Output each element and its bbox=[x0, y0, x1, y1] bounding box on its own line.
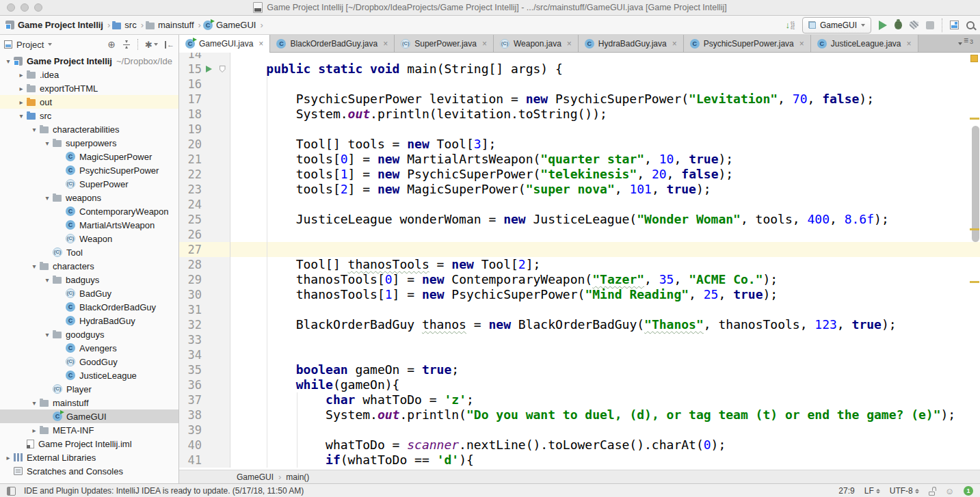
tree-item-gamegui[interactable]: CGameGUI bbox=[0, 409, 178, 423]
code-text[interactable]: Tool[] tools = new Tool[3]; bbox=[230, 137, 496, 152]
tree-item-superpower[interactable]: (C)SuperPower bbox=[0, 177, 178, 191]
nav-crumb-project[interactable]: Game Project Intellij bbox=[5, 20, 103, 30]
code-text[interactable] bbox=[230, 122, 237, 137]
minimize-window-icon[interactable] bbox=[21, 3, 29, 12]
code-text[interactable] bbox=[230, 53, 237, 62]
layout-tool-icon[interactable] bbox=[950, 21, 959, 29]
tree-open-arrow-icon[interactable]: ▾ bbox=[42, 276, 53, 284]
code-text[interactable] bbox=[230, 77, 237, 92]
locate-file-icon[interactable]: ⊕ bbox=[107, 40, 116, 49]
tab-superpower-java[interactable]: (C)SuperPower.java× bbox=[395, 35, 494, 52]
project-panel-title[interactable]: Project bbox=[16, 40, 44, 50]
run-with-coverage-button[interactable] bbox=[910, 21, 918, 29]
tree-item-game-project-intellij-iml[interactable]: Game Project Intellij.iml bbox=[0, 437, 178, 451]
tree-item-exporttohtml[interactable]: ▸exportToHTML bbox=[0, 81, 178, 95]
tree-item-weapon[interactable]: (C)Weapon bbox=[0, 232, 178, 245]
tree-open-arrow-icon[interactable]: ▾ bbox=[29, 399, 40, 407]
toolwindow-toggle-icon[interactable] bbox=[7, 487, 16, 496]
hide-panel-icon[interactable]: ← bbox=[165, 40, 174, 49]
code-text[interactable]: Tool[] thanosTools = new Tool[2]; bbox=[230, 257, 540, 272]
tab-hydrabadguy-java[interactable]: CHydraBadGuy.java× bbox=[579, 35, 684, 52]
tree-item-avengers[interactable]: CAvengers bbox=[0, 341, 178, 355]
code-text[interactable] bbox=[230, 422, 237, 438]
code-text[interactable]: thanosTools[0] = new ContemporaryWeapon(… bbox=[230, 272, 778, 287]
tree-item-src[interactable]: ▾src bbox=[0, 109, 178, 122]
hector-inspections-icon[interactable]: ☺ bbox=[945, 487, 954, 496]
close-tab-icon[interactable]: × bbox=[907, 39, 912, 49]
tree-open-arrow-icon[interactable]: ▾ bbox=[29, 126, 40, 133]
tree-item-magicsuperpower[interactable]: CMagicSuperPower bbox=[0, 150, 178, 163]
warning-stripe-mark[interactable] bbox=[970, 118, 979, 120]
warning-stripe-mark[interactable] bbox=[970, 281, 979, 283]
inspection-status-icon[interactable] bbox=[970, 55, 978, 62]
code-text[interactable]: tools[0] = new MartialArtsWeapon("quarte… bbox=[230, 152, 733, 167]
tree-item-out[interactable]: ▸out bbox=[0, 95, 178, 109]
tree-item-martialartsweapon[interactable]: CMartialArtsWeapon bbox=[0, 218, 178, 232]
code-text[interactable]: thanosTools[1] = new PsychicSuperPower("… bbox=[230, 287, 778, 302]
close-tab-icon[interactable]: × bbox=[259, 39, 263, 49]
code-text[interactable]: tools[2] = new MagicSuperPower("super no… bbox=[230, 182, 711, 197]
tree-item-justiceleague[interactable]: CJusticeLeague bbox=[0, 368, 178, 382]
code-text[interactable]: tools[1] = new PsychicSuperPower("teleki… bbox=[230, 167, 733, 182]
close-tab-icon[interactable]: × bbox=[799, 39, 804, 49]
tree-item-idea[interactable]: ▸.idea bbox=[0, 68, 178, 81]
tree-item-characters[interactable]: ▾characters bbox=[0, 259, 178, 273]
run-configuration-select[interactable]: GameGUI bbox=[802, 17, 871, 33]
tree-item-external-libraries[interactable]: ▸External Libraries bbox=[0, 451, 178, 464]
code-text[interactable] bbox=[230, 347, 237, 362]
code-editor[interactable]: 1415 public static void main(String[] ar… bbox=[179, 53, 980, 470]
tab-weapon-java[interactable]: (C)Weapon.java× bbox=[494, 35, 579, 52]
tree-closed-arrow-icon[interactable]: ▸ bbox=[29, 427, 40, 434]
tree-item-badguy[interactable]: (C)BadGuy bbox=[0, 286, 178, 300]
warning-stripe-mark[interactable] bbox=[970, 228, 979, 230]
notification-badge[interactable]: 1 bbox=[964, 486, 973, 496]
tree-open-arrow-icon[interactable]: ▾ bbox=[29, 263, 40, 270]
settings-gear-icon[interactable]: ✱ bbox=[145, 40, 158, 49]
tree-open-arrow-icon[interactable]: ▾ bbox=[42, 194, 53, 202]
readonly-lock-icon[interactable] bbox=[929, 487, 936, 496]
collapse-all-icon[interactable] bbox=[122, 40, 131, 49]
close-tab-icon[interactable]: × bbox=[672, 39, 677, 49]
code-text[interactable]: JusticeLeague wonderWoman = new JusticeL… bbox=[230, 212, 889, 227]
debug-button[interactable] bbox=[895, 21, 902, 29]
code-text[interactable]: System.out.println("Do you want to duel,… bbox=[230, 407, 955, 422]
code-text[interactable]: boolean gameOn = true; bbox=[230, 362, 459, 377]
code-text[interactable]: PsychicSuperPower levitation = new Psych… bbox=[230, 92, 874, 107]
code-text[interactable]: public static void main(String[] args) { bbox=[230, 62, 563, 77]
tree-open-arrow-icon[interactable]: ▾ bbox=[42, 331, 53, 338]
tree-item-characterabilities[interactable]: ▾characterabilities bbox=[0, 122, 178, 136]
code-text[interactable] bbox=[230, 242, 237, 257]
nav-crumb-gamegui[interactable]: C GameGUI bbox=[203, 20, 256, 30]
tree-closed-arrow-icon[interactable]: ▸ bbox=[3, 454, 14, 461]
close-tab-icon[interactable]: × bbox=[383, 39, 388, 49]
tree-item-meta-inf[interactable]: ▸META-INF bbox=[0, 423, 178, 437]
tree-item-tool[interactable]: (C)Tool bbox=[0, 245, 178, 259]
close-tab-icon[interactable]: × bbox=[482, 39, 487, 49]
code-text[interactable] bbox=[230, 332, 237, 347]
tree-item-badguys[interactable]: ▾badguys bbox=[0, 273, 178, 286]
tab-psychicsuperpower-java[interactable]: CPsychicSuperPower.java× bbox=[684, 35, 811, 52]
stop-button[interactable] bbox=[926, 21, 934, 29]
tree-closed-arrow-icon[interactable]: ▸ bbox=[16, 85, 27, 92]
tree-item-weapons[interactable]: ▾weapons bbox=[0, 191, 178, 204]
tree-item-blackorderbadguy[interactable]: CBlackOrderBadGuy bbox=[0, 300, 178, 314]
code-text[interactable] bbox=[230, 302, 237, 317]
tree-closed-arrow-icon[interactable]: ▸ bbox=[16, 98, 27, 106]
tab-gamegui-java[interactable]: CGameGUI.java× bbox=[179, 35, 270, 53]
code-text[interactable]: while(gameOn){ bbox=[230, 377, 399, 392]
tree-item-superpowers[interactable]: ▾superpowers bbox=[0, 136, 178, 150]
code-text[interactable]: BlackOrderBadGuy thanos = new BlackOrder… bbox=[230, 317, 897, 332]
tab-justiceleague-java[interactable]: CJusticeLeague.java× bbox=[811, 35, 918, 52]
close-tab-icon[interactable]: × bbox=[567, 39, 572, 49]
tab-blackorderbadguy-java[interactable]: CBlackOrderBadGuy.java× bbox=[270, 35, 395, 52]
close-window-icon[interactable] bbox=[7, 3, 15, 12]
zoom-window-icon[interactable] bbox=[34, 3, 42, 12]
breadcrumb-class[interactable]: GameGUI bbox=[237, 472, 274, 482]
search-everywhere-icon[interactable] bbox=[966, 21, 975, 29]
tree-item-hydrabadguy[interactable]: CHydraBadGuy bbox=[0, 314, 178, 327]
nav-crumb-src[interactable]: src bbox=[112, 20, 136, 30]
tree-item-goodguy[interactable]: (C)GoodGuy bbox=[0, 355, 178, 368]
code-text[interactable]: whatToDo = scanner.nextLine().toLowerCas… bbox=[230, 438, 726, 453]
tree-item-mainstuff[interactable]: ▾mainstuff bbox=[0, 396, 178, 409]
editor-scrollbar[interactable] bbox=[972, 126, 979, 242]
